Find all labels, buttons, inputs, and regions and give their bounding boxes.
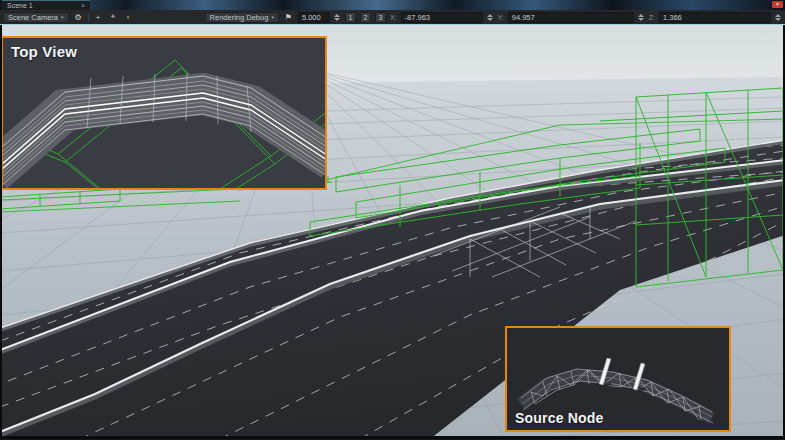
chevron-down-icon: ▾ [271, 14, 274, 20]
camera-select-label: Scene Camera [8, 13, 58, 22]
speed-preset-3-button[interactable]: 3 [375, 12, 386, 23]
rendering-debug-label: Rendering Debug [210, 13, 269, 22]
speed-spinner[interactable] [334, 14, 341, 21]
y-coordinate-field[interactable]: 94.957 [508, 12, 634, 23]
top-view-inset: Top View [1, 36, 327, 190]
rendering-debug-dropdown[interactable]: Rendering Debug ▾ [205, 12, 279, 23]
chevron-down-icon: ▾ [61, 14, 64, 20]
top-view-label: Top View [11, 43, 77, 60]
move-tool-icon[interactable]: + [93, 12, 104, 23]
dropdown-caret-icon[interactable]: ▾ [123, 12, 134, 23]
source-node-label: Source Node [515, 410, 604, 426]
z-axis-label: Z: [649, 14, 655, 21]
scene-tab[interactable]: Scene 1 × [2, 0, 90, 10]
x-coordinate-value: -87.963 [405, 13, 430, 22]
camera-speed-value: 5.000 [302, 13, 321, 22]
z-coordinate-field[interactable]: 1.366 [659, 12, 771, 23]
x-coordinate-field[interactable]: -87.963 [401, 12, 483, 23]
y-spinner[interactable] [638, 14, 645, 21]
viewport-toolbar: Scene Camera ▾ ⚙ + ⌖ ▾ Rendering Debug ▾… [0, 10, 785, 25]
source-node-inset: Source Node [505, 326, 731, 432]
3d-viewport[interactable]: Top View [0, 25, 785, 439]
y-axis-label: Y: [498, 14, 504, 21]
gear-icon[interactable]: ⚙ [73, 12, 84, 23]
tab-close-icon[interactable]: × [81, 2, 85, 9]
window-close-button[interactable]: × [772, 1, 783, 8]
z-spinner[interactable] [775, 14, 782, 21]
speed-preset-1-button[interactable]: 1 [345, 12, 356, 23]
window-titlebar: Scene 1 × × [0, 0, 785, 10]
top-view-road [3, 73, 325, 188]
x-spinner[interactable] [487, 14, 494, 21]
y-coordinate-value: 94.957 [512, 13, 535, 22]
toolbar-separator [88, 13, 89, 22]
z-coordinate-value: 1.366 [663, 13, 682, 22]
camera-speed-field[interactable]: 5.000 [298, 12, 330, 23]
application-window: Scene 1 × × Scene Camera ▾ ⚙ + ⌖ ▾ Rende… [0, 0, 785, 440]
x-axis-label: X: [390, 14, 397, 21]
speed-preset-2-button[interactable]: 2 [360, 12, 371, 23]
scene-tab-label: Scene 1 [7, 2, 33, 9]
top-view-render [3, 38, 325, 188]
camera-select-dropdown[interactable]: Scene Camera ▾ [3, 12, 69, 23]
snap-icon[interactable]: ⌖ [108, 12, 119, 23]
camera-speed-icon[interactable]: ⚑ [283, 12, 294, 23]
